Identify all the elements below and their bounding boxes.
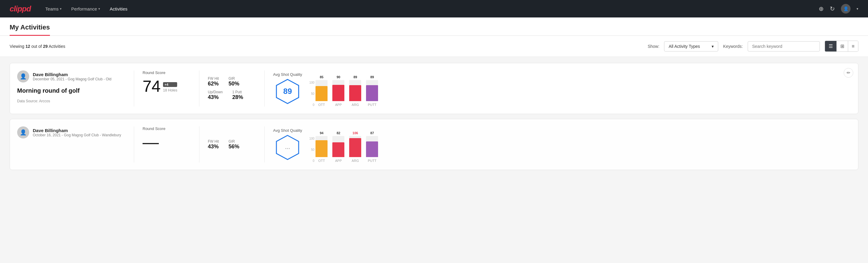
teams-chevron-icon: ▾ (60, 7, 62, 11)
stat-fw-hit-2: FW Hit 43% (208, 139, 219, 150)
hexagon-container-2: … (274, 134, 301, 161)
activity-card: ✏ 👤 Dave Billingham December 05, 2021 - … (10, 63, 858, 114)
avatar-icon: 👤 (20, 73, 27, 80)
bars-group-2: 94 OTT 82 APP (315, 137, 378, 163)
user-date: December 05, 2021 - Gog Magog Golf Club … (33, 77, 111, 81)
quality-left-2: Avg Shot Quality … (273, 128, 302, 161)
avatar-icon-2: 👤 (20, 129, 27, 136)
add-button[interactable]: ⊕ (819, 6, 824, 12)
score-badge: +4 (163, 82, 177, 87)
bar-fill-putt (366, 85, 378, 101)
logo[interactable]: clippd (10, 4, 31, 13)
avatar-2: 👤 (17, 126, 29, 139)
nav-icon-group: ⊕ ↻ 👤 ▾ (819, 4, 858, 13)
stat-row-1: FW Hit 62% GIR 50% (208, 77, 256, 87)
bar-fill-putt-2 (366, 141, 378, 157)
avatar: 👤 (17, 70, 29, 83)
bar-fill-ott (315, 86, 328, 101)
stat-row-2: Up/Down 43% 1 Putt 28% (208, 90, 256, 100)
hexagon-value: 89 (283, 87, 292, 96)
user-chevron-icon[interactable]: ▾ (857, 7, 858, 11)
nav-teams[interactable]: Teams ▾ (45, 1, 62, 17)
bar-chart-2: 100 50 0 94 OTT 82 (309, 126, 378, 163)
nav-activities[interactable]: Activities (110, 1, 127, 17)
bars-group: 85 OTT 90 APP (315, 81, 378, 107)
navbar: clippd Teams ▾ Performance ▾ Activities … (0, 0, 868, 18)
quality-label: Avg Shot Quality (273, 72, 302, 77)
bar-arg: 89 ARG (349, 75, 361, 107)
stat-1putt: 1 Putt 28% (232, 90, 243, 100)
big-score-2: — (143, 134, 159, 150)
keywords-label: Keywords: (723, 44, 743, 49)
stat-gir: GIR 50% (228, 77, 239, 87)
user-info-2: Dave Billingham October 16, 2021 - Gog M… (33, 128, 121, 137)
round-score-label-2: Round Score (143, 126, 191, 131)
chart-inner-2: 100 50 0 94 OTT 82 (309, 137, 378, 163)
bar-fill-arg (349, 85, 361, 101)
search-input[interactable] (748, 41, 820, 52)
performance-chevron-icon: ▾ (98, 7, 100, 11)
activity-title: Morning round of golf (17, 87, 125, 94)
view-list-detail-button[interactable]: ☰ (825, 41, 837, 52)
bar-ott-2: 94 OTT (315, 131, 328, 163)
round-score-label: Round Score (143, 70, 191, 75)
user-date-2: October 16, 2021 - Gog Magog Golf Club -… (33, 133, 121, 137)
score-row-2: — (143, 134, 191, 150)
big-score: 74 (143, 78, 161, 94)
view-grid-button[interactable]: ⊞ (837, 41, 848, 52)
bar-chart: 100 50 0 85 OTT (309, 70, 378, 107)
quality-label-2: Avg Shot Quality (273, 128, 302, 133)
dropdown-chevron-icon: ▾ (712, 44, 714, 49)
bar-fill-ott-2 (315, 140, 328, 157)
chart-inner: 100 50 0 85 OTT (309, 81, 378, 107)
bar-app: 90 APP (332, 75, 344, 107)
stat-fw-hit: FW Hit 62% (208, 77, 219, 87)
bar-fill-app-2 (332, 142, 344, 157)
user-name-2: Dave Billingham (33, 128, 121, 133)
view-list-simple-button[interactable]: ≡ (848, 41, 858, 52)
score-section: Round Score 74 +4 18 Holes (143, 70, 191, 107)
stats-section: FW Hit 62% GIR 50% Up/Down 43% 1 Putt 28… (208, 70, 256, 107)
y-labels-2: 100 50 0 (309, 137, 316, 163)
stat-updown: Up/Down 43% (208, 90, 223, 100)
stat-row-3: FW Hit 43% GIR 56% (208, 139, 256, 150)
card-left: 👤 Dave Billingham December 05, 2021 - Go… (17, 70, 125, 107)
holes-text: 18 Holes (163, 88, 177, 92)
user-icon: 👤 (843, 6, 848, 11)
main-content: ✏ 👤 Dave Billingham December 05, 2021 - … (0, 57, 868, 176)
card-divider-4 (134, 126, 134, 163)
bar-fill-arg-2 (349, 138, 361, 157)
page-header: My Activities (0, 18, 868, 36)
stat-gir-2: GIR 56% (228, 139, 239, 150)
score-row: 74 +4 18 Holes (143, 78, 191, 94)
stats-section-2: FW Hit 43% GIR 56% (208, 126, 256, 163)
view-toggle-group: ☰ ⊞ ≡ (825, 40, 858, 52)
score-badge-col: +4 18 Holes (163, 82, 177, 94)
card-divider-5 (199, 126, 199, 163)
user-name: Dave Billingham (33, 72, 111, 77)
viewing-text: Viewing 12 out of 29 Activities (10, 44, 643, 49)
card-left-2: 👤 Dave Billingham October 16, 2021 - Gog… (17, 126, 125, 163)
quality-section: Avg Shot Quality 89 100 50 0 (273, 70, 851, 107)
bar-putt: 89 PUTT (366, 75, 378, 107)
user-row-2: 👤 Dave Billingham October 16, 2021 - Gog… (17, 126, 125, 139)
bar-app-2: 82 APP (332, 131, 344, 163)
activity-card-2: 👤 Dave Billingham October 16, 2021 - Gog… (10, 119, 858, 170)
user-info: Dave Billingham December 05, 2021 - Gog … (33, 72, 111, 81)
bar-fill-app (332, 85, 344, 101)
nav-performance[interactable]: Performance ▾ (71, 1, 100, 17)
filter-bar: Viewing 12 out of 29 Activities Show: Al… (0, 36, 868, 57)
score-section-2: Round Score — (143, 126, 191, 163)
hexagon-container: 89 (274, 78, 301, 105)
user-row: 👤 Dave Billingham December 05, 2021 - Go… (17, 70, 125, 83)
quality-section-2: Avg Shot Quality … 100 50 0 (273, 126, 851, 163)
bar-ott: 85 OTT (315, 75, 328, 107)
edit-button[interactable]: ✏ (844, 68, 853, 78)
card-divider-2 (199, 70, 199, 107)
data-source: Data Source: Arccos (17, 99, 125, 103)
quality-left: Avg Shot Quality 89 (273, 72, 302, 105)
activity-type-dropdown[interactable]: All Activity Types ▾ (664, 41, 718, 52)
refresh-button[interactable]: ↻ (830, 6, 835, 12)
bar-arg-2: 106 ARG (349, 131, 361, 163)
user-avatar-nav[interactable]: 👤 (841, 4, 850, 13)
